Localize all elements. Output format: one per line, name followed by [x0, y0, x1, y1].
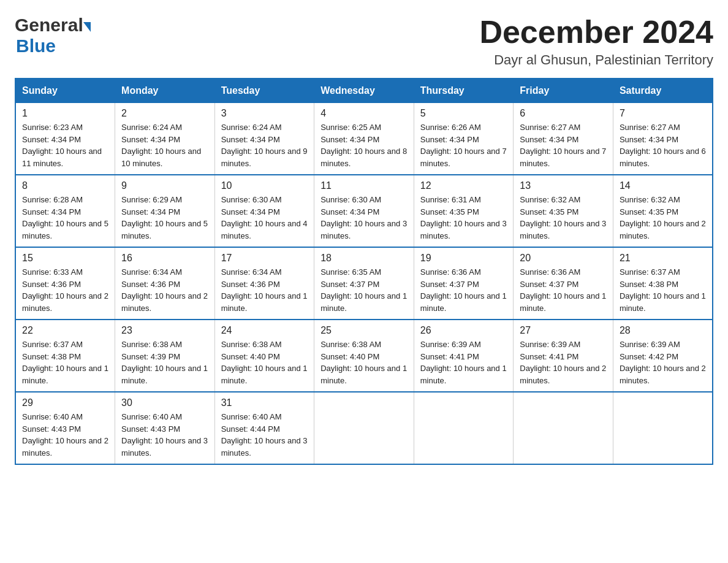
calendar-cell: [314, 392, 414, 464]
calendar-cell: 22 Sunrise: 6:37 AMSunset: 4:38 PMDaylig…: [15, 320, 115, 392]
calendar-cell: 4 Sunrise: 6:25 AMSunset: 4:34 PMDayligh…: [314, 103, 414, 175]
day-info: Sunrise: 6:40 AMSunset: 4:43 PMDaylight:…: [121, 411, 208, 459]
calendar-cell: 20 Sunrise: 6:36 AMSunset: 4:37 PMDaylig…: [514, 247, 613, 320]
day-number: 28: [620, 325, 706, 336]
calendar-cell: 31 Sunrise: 6:40 AMSunset: 4:44 PMDaylig…: [214, 392, 314, 464]
calendar-header-row: SundayMondayTuesdayWednesdayThursdayFrid…: [15, 79, 713, 103]
day-number: 19: [420, 253, 507, 264]
calendar-cell: 5 Sunrise: 6:26 AMSunset: 4:34 PMDayligh…: [414, 103, 514, 175]
calendar-cell: 23 Sunrise: 6:38 AMSunset: 4:39 PMDaylig…: [115, 320, 215, 392]
location-subtitle: Dayr al Ghusun, Palestinian Territory: [479, 52, 713, 68]
day-number: 23: [121, 325, 208, 336]
calendar-cell: 29 Sunrise: 6:40 AMSunset: 4:43 PMDaylig…: [15, 392, 115, 464]
calendar-cell: 3 Sunrise: 6:24 AMSunset: 4:34 PMDayligh…: [214, 103, 314, 175]
day-header-sunday: Sunday: [15, 79, 115, 103]
day-number: 15: [22, 253, 108, 264]
day-number: 25: [320, 325, 408, 336]
day-header-thursday: Thursday: [414, 79, 514, 103]
calendar-cell: 27 Sunrise: 6:39 AMSunset: 4:41 PMDaylig…: [514, 320, 613, 392]
calendar-cell: 24 Sunrise: 6:38 AMSunset: 4:40 PMDaylig…: [214, 320, 314, 392]
day-number: 6: [520, 108, 607, 119]
calendar-cell: 21 Sunrise: 6:37 AMSunset: 4:38 PMDaylig…: [613, 247, 713, 320]
month-title: December 2024: [479, 15, 713, 50]
day-number: 21: [620, 253, 706, 264]
calendar-cell: [514, 392, 613, 464]
day-number: 4: [320, 108, 408, 119]
day-number: 12: [420, 180, 507, 191]
calendar-cell: 10 Sunrise: 6:30 AMSunset: 4:34 PMDaylig…: [214, 175, 314, 247]
calendar-table: SundayMondayTuesdayWednesdayThursdayFrid…: [15, 78, 713, 465]
day-number: 27: [520, 325, 607, 336]
calendar-cell: 19 Sunrise: 6:36 AMSunset: 4:37 PMDaylig…: [414, 247, 514, 320]
calendar-cell: 7 Sunrise: 6:27 AMSunset: 4:34 PMDayligh…: [613, 103, 713, 175]
day-info: Sunrise: 6:24 AMSunset: 4:34 PMDaylight:…: [121, 121, 208, 169]
calendar-cell: 25 Sunrise: 6:38 AMSunset: 4:40 PMDaylig…: [314, 320, 414, 392]
day-number: 29: [22, 397, 108, 408]
calendar-week-3: 15 Sunrise: 6:33 AMSunset: 4:36 PMDaylig…: [15, 247, 713, 320]
day-number: 20: [520, 253, 607, 264]
day-info: Sunrise: 6:27 AMSunset: 4:34 PMDaylight:…: [620, 121, 706, 169]
title-section: December 2024 Dayr al Ghusun, Palestinia…: [479, 15, 713, 68]
day-info: Sunrise: 6:40 AMSunset: 4:43 PMDaylight:…: [22, 411, 108, 459]
day-header-friday: Friday: [514, 79, 613, 103]
calendar-cell: [414, 392, 514, 464]
day-info: Sunrise: 6:38 AMSunset: 4:40 PMDaylight:…: [221, 339, 308, 386]
day-info: Sunrise: 6:40 AMSunset: 4:44 PMDaylight:…: [221, 411, 308, 459]
calendar-week-5: 29 Sunrise: 6:40 AMSunset: 4:43 PMDaylig…: [15, 392, 713, 464]
day-number: 10: [221, 180, 308, 191]
calendar-week-2: 8 Sunrise: 6:28 AMSunset: 4:34 PMDayligh…: [15, 175, 713, 247]
calendar-cell: 1 Sunrise: 6:23 AMSunset: 4:34 PMDayligh…: [15, 103, 115, 175]
calendar-cell: 11 Sunrise: 6:30 AMSunset: 4:34 PMDaylig…: [314, 175, 414, 247]
day-number: 8: [22, 180, 108, 191]
page-header: General Blue December 2024 Dayr al Ghusu…: [15, 15, 713, 68]
logo-triangle-icon: [83, 22, 91, 32]
day-number: 9: [121, 180, 208, 191]
day-info: Sunrise: 6:28 AMSunset: 4:34 PMDaylight:…: [22, 194, 108, 242]
calendar-cell: 16 Sunrise: 6:34 AMSunset: 4:36 PMDaylig…: [115, 247, 215, 320]
day-info: Sunrise: 6:36 AMSunset: 4:37 PMDaylight:…: [420, 266, 507, 314]
calendar-cell: 28 Sunrise: 6:39 AMSunset: 4:42 PMDaylig…: [613, 320, 713, 392]
day-info: Sunrise: 6:24 AMSunset: 4:34 PMDaylight:…: [221, 121, 308, 169]
day-info: Sunrise: 6:26 AMSunset: 4:34 PMDaylight:…: [420, 121, 507, 169]
calendar-cell: 30 Sunrise: 6:40 AMSunset: 4:43 PMDaylig…: [115, 392, 215, 464]
day-info: Sunrise: 6:36 AMSunset: 4:37 PMDaylight:…: [520, 266, 607, 314]
day-header-tuesday: Tuesday: [214, 79, 314, 103]
day-info: Sunrise: 6:37 AMSunset: 4:38 PMDaylight:…: [22, 339, 108, 386]
day-info: Sunrise: 6:38 AMSunset: 4:39 PMDaylight:…: [121, 339, 208, 386]
day-info: Sunrise: 6:39 AMSunset: 4:41 PMDaylight:…: [520, 339, 607, 386]
calendar-cell: 6 Sunrise: 6:27 AMSunset: 4:34 PMDayligh…: [514, 103, 613, 175]
day-info: Sunrise: 6:27 AMSunset: 4:34 PMDaylight:…: [520, 121, 607, 169]
day-number: 3: [221, 108, 308, 119]
day-info: Sunrise: 6:34 AMSunset: 4:36 PMDaylight:…: [221, 266, 308, 314]
day-number: 16: [121, 253, 208, 264]
calendar-cell: 18 Sunrise: 6:35 AMSunset: 4:37 PMDaylig…: [314, 247, 414, 320]
day-number: 26: [420, 325, 507, 336]
calendar-cell: 15 Sunrise: 6:33 AMSunset: 4:36 PMDaylig…: [15, 247, 115, 320]
day-number: 2: [121, 108, 208, 119]
day-number: 11: [320, 180, 408, 191]
day-info: Sunrise: 6:35 AMSunset: 4:37 PMDaylight:…: [320, 266, 408, 314]
day-number: 22: [22, 325, 108, 336]
calendar-cell: 12 Sunrise: 6:31 AMSunset: 4:35 PMDaylig…: [414, 175, 514, 247]
day-number: 14: [620, 180, 706, 191]
day-info: Sunrise: 6:32 AMSunset: 4:35 PMDaylight:…: [520, 194, 607, 242]
day-number: 1: [22, 108, 108, 119]
calendar-week-1: 1 Sunrise: 6:23 AMSunset: 4:34 PMDayligh…: [15, 103, 713, 175]
day-info: Sunrise: 6:31 AMSunset: 4:35 PMDaylight:…: [420, 194, 507, 242]
day-number: 13: [520, 180, 607, 191]
day-header-wednesday: Wednesday: [314, 79, 414, 103]
day-number: 24: [221, 325, 308, 336]
calendar-cell: 17 Sunrise: 6:34 AMSunset: 4:36 PMDaylig…: [214, 247, 314, 320]
day-info: Sunrise: 6:34 AMSunset: 4:36 PMDaylight:…: [121, 266, 208, 314]
day-number: 30: [121, 397, 208, 408]
day-info: Sunrise: 6:23 AMSunset: 4:34 PMDaylight:…: [22, 121, 108, 169]
calendar-cell: 2 Sunrise: 6:24 AMSunset: 4:34 PMDayligh…: [115, 103, 215, 175]
day-number: 17: [221, 253, 308, 264]
calendar-cell: 8 Sunrise: 6:28 AMSunset: 4:34 PMDayligh…: [15, 175, 115, 247]
day-info: Sunrise: 6:30 AMSunset: 4:34 PMDaylight:…: [320, 194, 408, 242]
day-number: 5: [420, 108, 507, 119]
calendar-cell: [613, 392, 713, 464]
day-info: Sunrise: 6:32 AMSunset: 4:35 PMDaylight:…: [620, 194, 706, 242]
logo: General Blue: [15, 15, 91, 56]
logo-blue-text: Blue: [16, 36, 56, 56]
